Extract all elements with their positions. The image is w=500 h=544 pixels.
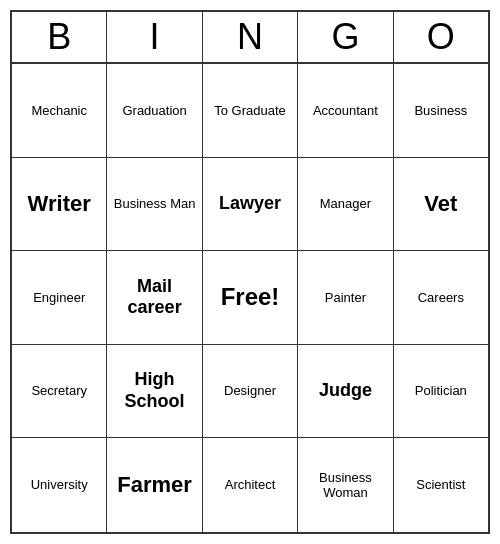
bingo-cell: Judge — [298, 345, 393, 439]
bingo-card: BINGO MechanicGraduationTo GraduateAccou… — [10, 10, 490, 534]
bingo-cell: To Graduate — [203, 64, 298, 158]
header-letter: O — [394, 12, 488, 64]
bingo-cell: Painter — [298, 251, 393, 345]
bingo-row: EngineerMail careerFree!PainterCareers — [12, 251, 488, 345]
bingo-cell: Lawyer — [203, 158, 298, 252]
bingo-header: BINGO — [12, 12, 488, 64]
bingo-row: UniversityFarmerArchitectBusiness WomanS… — [12, 438, 488, 532]
header-letter: I — [107, 12, 202, 64]
bingo-cell: Business Man — [107, 158, 202, 252]
bingo-cell: High School — [107, 345, 202, 439]
bingo-row: MechanicGraduationTo GraduateAccountantB… — [12, 64, 488, 158]
bingo-row: SecretaryHigh SchoolDesignerJudgePolitic… — [12, 345, 488, 439]
bingo-cell: Business Woman — [298, 438, 393, 532]
bingo-cell: University — [12, 438, 107, 532]
bingo-cell: Mail career — [107, 251, 202, 345]
bingo-cell: Vet — [394, 158, 488, 252]
bingo-cell: Architect — [203, 438, 298, 532]
bingo-cell: Writer — [12, 158, 107, 252]
bingo-cell: Farmer — [107, 438, 202, 532]
bingo-cell: Mechanic — [12, 64, 107, 158]
bingo-row: WriterBusiness ManLawyerManagerVet — [12, 158, 488, 252]
bingo-cell: Accountant — [298, 64, 393, 158]
bingo-cell: Manager — [298, 158, 393, 252]
bingo-cell: Careers — [394, 251, 488, 345]
bingo-grid: MechanicGraduationTo GraduateAccountantB… — [12, 64, 488, 532]
bingo-cell: Engineer — [12, 251, 107, 345]
bingo-cell: Graduation — [107, 64, 202, 158]
bingo-cell: Free! — [203, 251, 298, 345]
bingo-cell: Scientist — [394, 438, 488, 532]
header-letter: G — [298, 12, 393, 64]
bingo-cell: Business — [394, 64, 488, 158]
header-letter: B — [12, 12, 107, 64]
bingo-cell: Politician — [394, 345, 488, 439]
header-letter: N — [203, 12, 298, 64]
bingo-cell: Secretary — [12, 345, 107, 439]
bingo-cell: Designer — [203, 345, 298, 439]
